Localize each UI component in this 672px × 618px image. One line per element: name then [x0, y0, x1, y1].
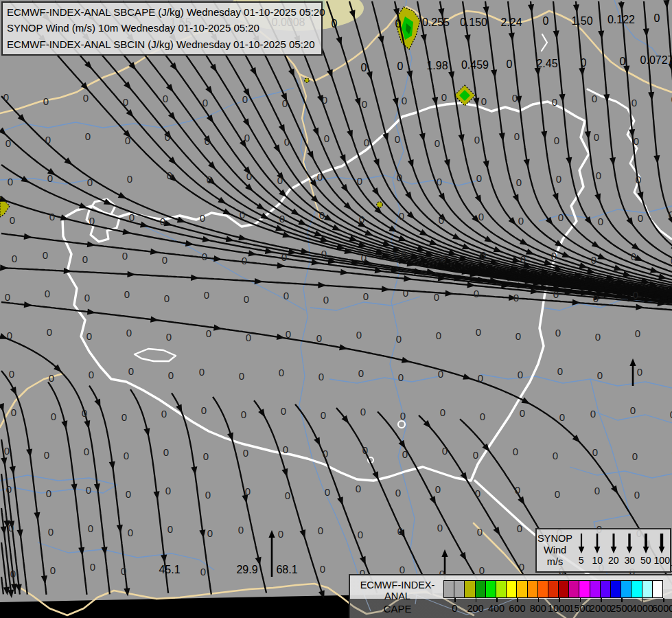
cin-zero-label: 0: [400, 410, 406, 422]
station-value-label: 0: [397, 60, 404, 72]
station-value-label: 0.0727: [640, 54, 672, 66]
wind-legend-title-line: SYNOP: [537, 533, 573, 545]
wind-speed-scale: 510203050100: [573, 529, 670, 571]
down-arrow-icon: [592, 532, 603, 554]
cin-zero-label: 0: [318, 525, 323, 536]
cin-zero-label: 0: [45, 134, 51, 146]
cape-color-cell: [642, 580, 653, 598]
down-arrow-icon: [656, 532, 667, 554]
cin-zero-label: 0: [638, 212, 643, 224]
cin-zero-label: 0: [164, 293, 170, 304]
cin-zero-label: 0: [47, 172, 53, 184]
cin-zero-label: 0: [630, 404, 636, 416]
cin-zero-label: 0: [633, 289, 638, 301]
cape-color-cell: [631, 580, 642, 598]
cape-color-cell: [464, 580, 475, 598]
cin-zero-label: 0: [395, 487, 401, 499]
cin-zero-label: 0: [441, 91, 447, 103]
cin-zero-label: 0: [473, 449, 478, 461]
cin-zero-label: 0: [286, 328, 291, 340]
cin-zero-label: 0: [520, 407, 525, 419]
cape-color-cell: [610, 580, 621, 598]
cin-zero-label: 0: [474, 134, 480, 146]
cin-zero-label: 0: [442, 445, 448, 457]
cin-zero-label: 0: [519, 561, 524, 573]
cin-zero-label: 0: [436, 330, 441, 341]
cin-zero-label: 0: [47, 326, 52, 338]
cin-zero-label: 0: [3, 91, 9, 103]
cin-zero-label: 0: [481, 95, 487, 107]
station-value-label: 0: [332, 18, 338, 30]
cape-color-cell: [527, 580, 538, 598]
cin-zero-label: 0: [598, 216, 603, 227]
cin-zero-label: 0: [363, 290, 369, 302]
cin-zero-label: 0: [480, 249, 486, 261]
cin-zero-label: 0: [592, 93, 597, 104]
cin-zero-label: 0: [518, 215, 524, 227]
cin-zero-label: 0: [43, 95, 49, 107]
cin-zero-label: 0: [87, 176, 93, 188]
cin-zero-label: 0: [401, 249, 406, 260]
cin-zero-label: 0: [476, 172, 482, 184]
cin-zero-label: 0: [9, 368, 14, 380]
title-line-wind: SYNOP Wind (m/s) 10m Wednesday 01-10-202…: [7, 20, 317, 36]
cin-zero-label: 0: [167, 170, 172, 181]
cin-zero-label: 0: [49, 372, 54, 384]
cin-zero-label: 0: [128, 527, 133, 538]
cin-zero-label: 0: [590, 408, 596, 420]
cape-color-cell: [579, 580, 590, 598]
wind-speed-label: 20: [608, 555, 619, 566]
wind-legend: SYNOP Wind m/s 510203050100: [535, 528, 671, 573]
weather-map-window: 0000000000000000000000000000000000000000…: [0, 0, 672, 618]
cin-zero-label: 0: [556, 173, 561, 185]
cin-zero-label: 0: [238, 524, 244, 536]
cin-zero-label: 0: [360, 406, 366, 417]
cin-zero-label: 0: [514, 130, 520, 142]
cape-tick: [642, 598, 644, 602]
cin-zero-label: 0: [397, 525, 403, 537]
cin-zero-label: 0: [635, 328, 640, 339]
cape-tick: [601, 598, 602, 602]
cin-zero-label: 0: [361, 252, 367, 264]
title-line-sbcape: ECMWF-INDEX-ANAL SBCAPE (J/kg) Wednesday…: [7, 4, 317, 20]
cin-zero-label: 0: [323, 294, 329, 306]
cin-zero-label: 0: [82, 253, 88, 265]
cin-zero-label: 0: [512, 92, 518, 104]
cin-zero-label: 0: [558, 211, 564, 223]
cin-zero-label: 0: [7, 330, 12, 341]
cin-zero-label: 0: [591, 254, 596, 266]
cin-zero-label: 0: [554, 135, 559, 146]
cin-zero-label: 0: [121, 565, 126, 577]
cape-legend-title: ECMWF-INDEX-ANAL CAPE J/kg: [354, 580, 441, 618]
cin-zero-label: 0: [5, 137, 11, 149]
down-arrow-icon: [640, 532, 651, 554]
cin-zero-label: 0: [200, 212, 205, 224]
cin-zero-label: 0: [356, 329, 362, 341]
cin-zero-label: 0: [325, 486, 330, 498]
cin-zero-label: 0: [163, 93, 168, 104]
cin-zero-label: 0: [518, 369, 523, 380]
cin-zero-label: 0: [207, 527, 213, 539]
cin-zero-label: 0: [321, 409, 326, 421]
cin-zero-label: 0: [557, 365, 563, 377]
cin-zero-label: 0: [551, 250, 557, 262]
cin-zero-label: 0: [555, 327, 561, 339]
cin-zero-label: 0: [283, 290, 289, 301]
cin-zero-label: 0: [281, 251, 287, 263]
cin-zero-label: 0: [205, 489, 211, 501]
cape-legend-subtitle: CAPE: [354, 603, 441, 615]
cin-zero-label: 0: [552, 96, 557, 108]
cin-zero-label: 0: [160, 216, 165, 227]
cin-zero-label: 0: [122, 250, 128, 262]
cin-zero-label: 0: [356, 483, 361, 494]
cin-zero-label: 0: [126, 327, 132, 339]
cape-color-cell: [496, 580, 507, 598]
cin-zero-label: 0: [324, 133, 329, 144]
cin-zero-label: 0: [553, 288, 559, 300]
cin-zero-label: 0: [480, 411, 485, 422]
cape-tick: [621, 598, 623, 602]
station-value-label: 0: [395, 18, 402, 30]
cin-zero-label: 0: [516, 176, 522, 188]
cape-legend-title-line: ECMWF-INDEX-ANAL: [354, 580, 441, 602]
cin-zero-label: 0: [278, 528, 283, 540]
